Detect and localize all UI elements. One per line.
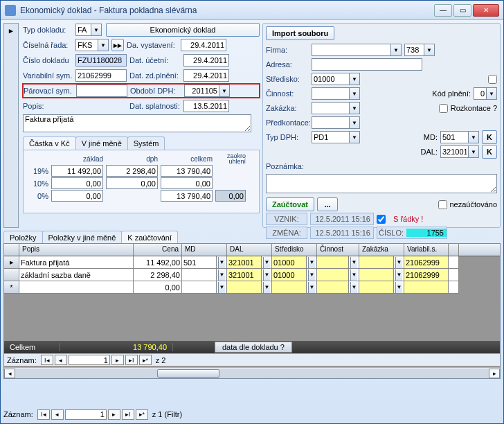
zauctovat-button[interactable]: Zaúčtovat <box>266 197 314 211</box>
nezauc-check[interactable] <box>438 200 447 209</box>
col-varsym[interactable]: Variabil.s. <box>404 244 449 256</box>
cell-popis[interactable]: Faktura přijatá <box>19 256 134 269</box>
tab-system[interactable]: Systém <box>127 136 165 150</box>
cislodok-input[interactable] <box>75 54 127 67</box>
cell-stred-dd[interactable]: ▼ <box>307 256 317 269</box>
obddph-select[interactable]: ▼ <box>184 85 230 97</box>
poznamka-input[interactable] <box>266 174 497 193</box>
nav-prev-button[interactable]: ◂ <box>55 355 67 365</box>
nav-first-button[interactable]: I◂ <box>41 355 53 365</box>
cell-md[interactable]: 501 <box>182 256 217 269</box>
dal-k-button[interactable]: K <box>482 145 497 159</box>
cell-zakaz-dd[interactable]: ▼ <box>394 256 404 269</box>
chevron-down-icon[interactable]: ▼ <box>468 146 478 157</box>
cell-varsym[interactable] <box>404 281 449 294</box>
cell-zakaz[interactable] <box>359 281 394 294</box>
cell-stred[interactable]: 01000 <box>272 256 307 269</box>
predkontace-select[interactable]: ▼ <box>312 116 360 129</box>
close-button[interactable]: ✕ <box>473 4 499 17</box>
record-selector[interactable]: ▸ <box>3 23 19 228</box>
cell-zakaz-dd[interactable]: ▼ <box>394 269 404 281</box>
nav-next-button[interactable]: ▸ <box>111 355 124 365</box>
chevron-down-icon[interactable]: ▼ <box>349 73 359 85</box>
cell-zakaz-dd[interactable]: ▼ <box>394 281 404 294</box>
adresa-input[interactable] <box>312 58 422 71</box>
maximize-button[interactable]: ▭ <box>453 4 471 17</box>
dph-10[interactable] <box>106 177 158 189</box>
cell-dal-dd[interactable]: ▼ <box>262 269 272 281</box>
outer-nav-next[interactable]: ▸ <box>108 409 120 420</box>
dal-select[interactable]: ▼ <box>440 145 479 158</box>
datzd-input[interactable] <box>183 69 229 82</box>
chevron-down-icon[interactable]: ▼ <box>98 39 108 51</box>
cell-cena[interactable]: 0,00 <box>134 281 182 294</box>
kodpl-select[interactable]: ▼ <box>474 87 497 100</box>
rozkontace-check[interactable] <box>439 104 448 113</box>
celkem-0[interactable] <box>161 190 213 202</box>
scroll-track[interactable] <box>15 369 489 378</box>
cell-cena[interactable]: 11 492,00 <box>134 256 182 269</box>
cisrada-select[interactable]: ▼ <box>75 39 109 51</box>
chevron-down-icon[interactable]: ▼ <box>349 117 359 128</box>
cell-dal[interactable] <box>227 281 262 294</box>
zaklad-19[interactable] <box>51 165 103 177</box>
datucet-input[interactable] <box>183 54 229 67</box>
zaokr[interactable] <box>215 190 246 202</box>
import-souboru-button[interactable]: Import souboru <box>266 26 334 40</box>
outer-nav-first[interactable]: I◂ <box>37 409 50 420</box>
scroll-left-icon[interactable]: ◂ <box>4 369 15 378</box>
col-stredisko[interactable]: Středisko <box>272 244 317 256</box>
sradky-check[interactable] <box>377 215 386 224</box>
dph-19[interactable] <box>106 165 158 177</box>
table-row[interactable]: ▸ Faktura přijatá 11 492,00 501▼ 321001▼… <box>4 256 500 269</box>
davyst-input[interactable] <box>181 39 226 51</box>
cell-stred-dd[interactable]: ▼ <box>307 281 317 294</box>
nav-last-button[interactable]: ▸I <box>125 355 138 365</box>
typdph-select[interactable]: ▼ <box>312 131 360 143</box>
cell-cena[interactable]: 2 298,40 <box>134 269 182 281</box>
chevron-down-icon[interactable]: ▼ <box>349 88 359 99</box>
col-zakazka[interactable]: Zakázka <box>359 244 404 256</box>
cell-stred-dd[interactable]: ▼ <box>307 269 317 281</box>
cell-varsym[interactable]: 21062999 <box>404 256 449 269</box>
data-dle-dokladu-button[interactable]: data dle dokladu ? <box>215 342 292 353</box>
cell-cinn[interactable] <box>317 281 349 294</box>
cell-cinn[interactable] <box>317 269 349 281</box>
chevron-down-icon[interactable]: ▼ <box>349 103 359 114</box>
cell-md-dd[interactable]: ▼ <box>217 256 227 269</box>
nav-pos-input[interactable] <box>69 355 110 365</box>
cell-stred[interactable] <box>272 281 307 294</box>
outer-nav-new[interactable]: ▸* <box>136 409 148 420</box>
grid-h-scrollbar[interactable]: ◂ ▸ <box>4 367 500 378</box>
tab-jina-mena[interactable]: V jiné měně <box>75 136 128 150</box>
zaklad-10[interactable] <box>51 177 103 189</box>
cell-cinn[interactable] <box>317 256 349 269</box>
col-dal[interactable]: DAL <box>227 244 272 256</box>
cell-dal[interactable]: 321001 <box>227 269 262 281</box>
chevron-down-icon[interactable]: ▼ <box>219 85 229 96</box>
row-selector[interactable]: * <box>4 281 19 294</box>
tab-k-zauctovani[interactable]: K zaúčtování <box>121 231 178 244</box>
cell-dal-dd[interactable]: ▼ <box>262 256 272 269</box>
cell-cinn-dd[interactable]: ▼ <box>349 256 359 269</box>
chevron-down-icon[interactable]: ▼ <box>486 88 496 99</box>
chevron-down-icon[interactable]: ▼ <box>468 132 478 143</box>
next-record-button[interactable]: ▸▸ <box>111 39 124 51</box>
cell-md[interactable] <box>182 269 217 281</box>
datspl-input[interactable] <box>183 100 229 112</box>
cell-cinn-dd[interactable]: ▼ <box>349 281 359 294</box>
varsym-input[interactable] <box>75 69 127 82</box>
cell-md-dd[interactable]: ▼ <box>217 269 227 281</box>
stredisko-check[interactable] <box>488 75 497 84</box>
cinnost-select[interactable]: ▼ <box>312 87 360 100</box>
outer-nav-last[interactable]: ▸I <box>122 409 134 420</box>
minimize-button[interactable]: — <box>434 4 452 17</box>
outer-nav-prev[interactable]: ◂ <box>51 409 64 420</box>
scroll-right-icon[interactable]: ▸ <box>489 369 500 378</box>
cell-dal-dd[interactable]: ▼ <box>262 281 272 294</box>
zaklad-0[interactable] <box>51 190 103 202</box>
tab-castka-kc[interactable]: Částka v Kč <box>23 136 76 150</box>
col-cinnost[interactable]: Činnost <box>317 244 359 256</box>
table-row[interactable]: * 0,00 ▼ ▼ ▼ ▼ ▼ <box>4 281 500 294</box>
popis-input[interactable]: Faktura přijatá <box>23 114 251 132</box>
